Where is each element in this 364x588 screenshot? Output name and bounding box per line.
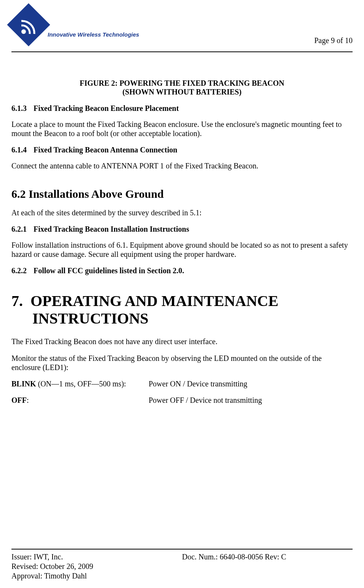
heading-title: Follow all FCC guidelines listed in Sect…: [34, 266, 184, 275]
body-6-1-3: Locate a place to mount the Fixed Tackin…: [11, 120, 353, 138]
page-footer: Issuer: IWT, Inc. Doc. Num.: 6640-08-005…: [11, 549, 353, 580]
status-blink-value: Power ON / Device transmitting: [149, 380, 353, 388]
footer-approval: Approval: Timothy Dahl: [11, 572, 353, 580]
footer-docnum: Doc. Num.: 6640-08-0056 Rev: C: [182, 553, 353, 561]
heading-6-2-1: 6.2.1Fixed Tracking Beacon Installation …: [11, 225, 353, 234]
chapter-num: 7.: [11, 292, 23, 309]
status-blink-label: BLINK (ON—1 ms, OFF—500 ms):: [11, 380, 149, 388]
body-6-2: At each of the sites determined by the s…: [11, 208, 353, 217]
heading-num: 6.1.4: [11, 146, 27, 154]
heading-num: 6.2.2: [11, 266, 27, 275]
heading-title: Installations Above Ground: [29, 187, 164, 200]
heading-num: 6.2.1: [11, 225, 27, 234]
body-6-2-1: Follow installation instructions of 6.1.…: [11, 240, 353, 259]
heading-6-2: 6.2 Installations Above Ground: [11, 187, 353, 200]
body-7-p1: The Fixed Tracking Beacon does not have …: [11, 337, 353, 346]
footer-revised: Revised: October 26, 2009: [11, 562, 353, 571]
svg-point-0: [21, 29, 26, 34]
heading-title: Fixed Tracking Beacon Enclosure Placemen…: [34, 104, 179, 112]
status-blink-bold: BLINK: [11, 380, 36, 388]
status-blink-rest: (ON—1 ms, OFF—500 ms):: [36, 380, 126, 388]
heading-6-1-4: 6.1.4Fixed Tracking Beacon Antenna Conne…: [11, 146, 353, 154]
heading-6-1-3: 6.1.3Fixed Tracking Beacon Enclosure Pla…: [11, 104, 353, 113]
status-blink-row: BLINK (ON—1 ms, OFF—500 ms): Power ON / …: [11, 380, 353, 388]
figure-caption-line2: (SHOWN WITHOUT BATTERIES): [11, 88, 353, 96]
heading-title: Fixed Tracking Beacon Antenna Connection: [34, 146, 177, 154]
footer-row-1: Issuer: IWT, Inc. Doc. Num.: 6640-08-005…: [11, 553, 353, 561]
page-content: FIGURE 2: POWERING THE FIXED TRACKING BE…: [11, 52, 353, 405]
logo-icon: [11, 8, 46, 42]
heading-chapter-7: 7. OPERATING AND MAINTENANCE INSTRUCTION…: [11, 292, 353, 327]
status-off-label: OFF:: [11, 396, 149, 405]
chapter-title-line1: OPERATING AND MAINTENANCE: [30, 292, 278, 309]
heading-num: 6.1.3: [11, 104, 27, 113]
status-off-rest: :: [27, 396, 29, 404]
page-number: Page 9 of 10: [314, 36, 353, 45]
logo-text: Innovative Wireless Technologies: [48, 31, 139, 38]
status-off-value: Power OFF / Device not transmitting: [149, 396, 353, 405]
body-6-1-4: Connect the antenna cable to ANTENNA POR…: [11, 161, 353, 170]
figure-caption: FIGURE 2: POWERING THE FIXED TRACKING BE…: [11, 79, 353, 96]
page-header: Innovative Wireless Technologies Page 9 …: [11, 8, 353, 50]
figure-caption-line1: FIGURE 2: POWERING THE FIXED TRACKING BE…: [11, 79, 353, 88]
status-off-bold: OFF: [11, 396, 27, 404]
status-off-row: OFF: Power OFF / Device not transmitting: [11, 396, 353, 405]
footer-rule: [11, 549, 353, 550]
heading-num: 6.2: [11, 187, 26, 200]
heading-title: Fixed Tracking Beacon Installation Instr…: [34, 225, 189, 233]
body-7-p2: Monitor the status of the Fixed Tracking…: [11, 354, 353, 372]
footer-issuer: Issuer: IWT, Inc.: [11, 553, 182, 561]
heading-6-2-2: 6.2.2Follow all FCC guidelines listed in…: [11, 266, 353, 275]
chapter-title-line2: INSTRUCTIONS: [32, 310, 353, 327]
company-logo: Innovative Wireless Technologies: [11, 8, 139, 42]
